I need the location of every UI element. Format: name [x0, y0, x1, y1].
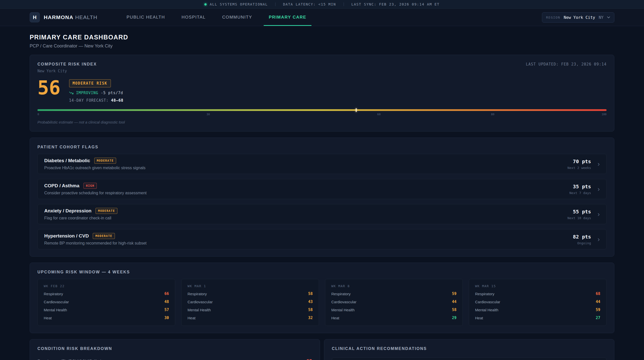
page-title: PRIMARY CARE DASHBOARD	[30, 34, 614, 41]
brand-name: HARMONA HEALTH	[44, 14, 98, 20]
metric-value: 32	[308, 316, 313, 320]
week-card-mar1: WK MAR 1 Respiratory 58 Cardiovascular 4…	[181, 279, 319, 326]
metric-name: Respiratory	[188, 292, 207, 296]
metric-value: 68	[596, 291, 600, 296]
metric-value: 59	[596, 308, 600, 312]
cohort-flags-card: PATIENT COHORT FLAGS Diabetes / Metaboli…	[30, 138, 614, 257]
weeks-grid: WK FEB 22 Respiratory 66 Cardiovascular …	[37, 279, 607, 326]
cohort-list: Diabetes / Metabolic MODERATE Proactive …	[37, 154, 607, 249]
cohort-window: Ongoing	[573, 241, 591, 245]
metric-value: 58	[308, 308, 313, 312]
dashboard-main: PRIMARY CARE DASHBOARD PCP / Care Coordi…	[0, 26, 644, 360]
cohort-name: COPD / Asthma	[44, 183, 79, 189]
forecast-label: 14-DAY FORECAST:	[69, 98, 109, 103]
gauge-tick: 60	[377, 113, 381, 116]
metric-value: 58	[452, 308, 456, 312]
metric-name: Respiratory	[331, 292, 351, 296]
cohort-row-copd[interactable]: COPD / Asthma HIGH Consider proactive sc…	[37, 179, 607, 199]
cohort-points: 82 pts	[573, 234, 591, 240]
cohort-description: Flag for care coordinator check-in call	[44, 216, 117, 220]
chevron-right-icon: ›	[597, 161, 600, 167]
cohort-row-anxiety[interactable]: Anxiety / Depression MODERATE Flag for c…	[37, 204, 607, 224]
tab-primary-care[interactable]: PRIMARY CARE	[264, 9, 311, 26]
risk-window-card: UPCOMING RISK WINDOW — 4 WEEKS WK FEB 22…	[30, 263, 614, 333]
week-label: WK MAR 15	[475, 284, 600, 288]
divider	[344, 3, 344, 6]
metric-row: Heat 29	[331, 316, 456, 320]
forecast-value: 48–68	[111, 98, 123, 103]
metric-row: Heat 32	[188, 316, 313, 320]
forecast: 14-DAY FORECAST: 48–68	[69, 98, 123, 103]
metric-row: Mental Health 58	[331, 308, 456, 312]
cohort-description: Consider proactive scheduling for respir…	[44, 191, 147, 195]
metric-name: Heat	[44, 316, 52, 320]
risk-region: New York City	[37, 69, 607, 73]
risk-window-title: UPCOMING RISK WINDOW — 4 WEEKS	[37, 270, 607, 274]
cohort-row-hypertension[interactable]: Hypertension / CVD MODERATE Remote BP mo…	[37, 229, 607, 249]
condition-breakdown-title: CONDITION RISK BREAKDOWN	[37, 346, 312, 351]
cohort-description: Proactive HbA1c outreach given metabolic…	[44, 166, 146, 170]
condition-row-respiratory: Respiratory (Flu/RSV/COVID-like) HIGH 62	[37, 358, 312, 360]
region-selector[interactable]: REGION New York City NY	[542, 12, 614, 23]
tab-hospital[interactable]: HOSPITAL	[176, 9, 211, 26]
metric-name: Cardiovascular	[331, 300, 356, 304]
cohort-window: Next 10 days	[567, 216, 591, 220]
recommendations-card: CLINICAL ACTION RECOMMENDATIONS 1 Consid…	[324, 339, 614, 360]
region-code: NY	[599, 15, 604, 20]
cohort-points: 70 pts	[567, 158, 591, 164]
metric-row: Respiratory 58	[188, 291, 313, 296]
cohort-row-diabetes[interactable]: Diabetes / Metabolic MODERATE Proactive …	[37, 154, 607, 174]
brand-name-light: HEALTH	[75, 14, 98, 20]
metric-value: 44	[452, 299, 456, 304]
metric-name: Heat	[331, 316, 339, 320]
system-status-text: ALL SYSTEMS OPERATIONAL	[210, 2, 268, 6]
metric-value: 48	[164, 299, 169, 304]
severity-badge: MODERATE	[93, 233, 115, 239]
gauge-marker	[356, 108, 357, 112]
divider	[275, 3, 275, 6]
gauge-tick: 100	[602, 113, 607, 116]
metric-name: Mental Health	[475, 308, 498, 312]
region-label: REGION	[546, 16, 560, 19]
metric-name: Mental Health	[44, 308, 67, 312]
tab-public-health[interactable]: PUBLIC HEALTH	[122, 9, 170, 26]
risk-gauge	[37, 109, 607, 111]
recommendation-item: 1 Consider proactive HbA1c outreach for …	[332, 357, 607, 360]
composite-risk-card: COMPOSITE RISK INDEX LAST UPDATED: FEB 2…	[30, 55, 614, 132]
brand-logo: H	[30, 12, 40, 22]
metric-value: 59	[452, 291, 456, 296]
gauge-scale: 0 30 60 80 100	[37, 113, 607, 116]
tab-community[interactable]: COMMUNITY	[217, 9, 257, 26]
metric-name: Cardiovascular	[44, 300, 69, 304]
status-dot-icon	[204, 3, 207, 6]
cohort-points: 35 pts	[569, 184, 591, 190]
chevron-down-icon	[607, 16, 610, 18]
risk-score: 56	[37, 79, 61, 97]
trend-delta: -5 pts/7d	[101, 91, 123, 95]
chevron-right-icon: ›	[597, 186, 600, 192]
gauge-tick: 30	[207, 113, 210, 116]
gauge-gradient-bar	[37, 109, 607, 111]
metric-value: 58	[308, 291, 313, 296]
metric-value: 30	[164, 316, 169, 320]
risk-level-badge: MODERATE RISK	[69, 79, 111, 87]
main-nav: PUBLIC HEALTH HOSPITAL COMMUNITY PRIMARY…	[122, 9, 542, 26]
metric-row: Heat 27	[475, 316, 600, 320]
metric-name: Cardiovascular	[475, 300, 500, 304]
trend-indicator: IMPROVING -5 pts/7d	[69, 91, 123, 95]
week-label: WK MAR 1	[188, 284, 313, 288]
week-label: WK MAR 8	[331, 284, 456, 288]
gauge-tick: 80	[491, 113, 494, 116]
condition-name: Respiratory (Flu/RSV/COVID-like)	[37, 359, 102, 360]
metric-row: Cardiovascular 43	[188, 299, 313, 304]
metric-row: Mental Health 59	[475, 308, 600, 312]
metric-value: 43	[308, 299, 313, 304]
metric-value: 44	[596, 299, 600, 304]
metric-name: Heat	[475, 316, 483, 320]
week-label: WK FEB 22	[44, 284, 169, 288]
region-value: New York City	[564, 15, 595, 20]
metric-row: Cardiovascular 44	[331, 299, 456, 304]
cohort-name: Hypertension / CVD	[44, 233, 89, 239]
metric-row: Respiratory 68	[475, 291, 600, 296]
trending-down-icon	[69, 91, 74, 95]
